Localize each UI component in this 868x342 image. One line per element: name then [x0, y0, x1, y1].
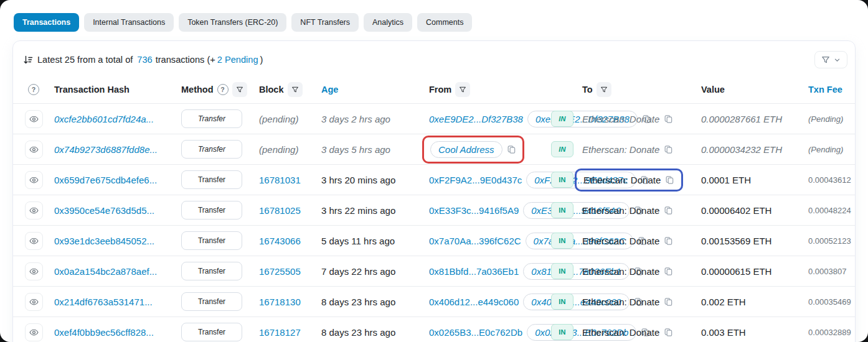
eye-button[interactable] [25, 171, 43, 189]
copy-icon[interactable] [664, 114, 673, 124]
eye-button[interactable] [25, 201, 43, 220]
eye-button[interactable] [25, 262, 43, 280]
from-filter-button[interactable] [455, 82, 470, 97]
to-address-link[interactable]: Etherscan: Donate [582, 144, 659, 155]
copy-icon[interactable] [664, 236, 673, 246]
direction-badge: IN [551, 172, 573, 188]
eye-button[interactable] [25, 110, 43, 128]
copy-icon[interactable] [507, 145, 516, 154]
copy-icon[interactable] [664, 328, 673, 337]
method-help-icon[interactable]: ? [217, 84, 229, 95]
txn-fee-text: 0.00048224 [808, 206, 855, 215]
eye-button[interactable] [25, 323, 43, 341]
to-address-link[interactable]: Etherscan: Donate [582, 236, 659, 246]
table-row: 0x74b9273d6887fdd8e... Transfer (pending… [13, 134, 855, 165]
eye-button[interactable] [25, 232, 43, 250]
method-badge[interactable]: Transfer [181, 201, 242, 220]
age-text: 8 days 23 hrs ago [321, 327, 429, 338]
age-text: 3 days 5 hrs ago [321, 144, 429, 155]
from-address-link[interactable]: 0x7a70Aa...396fC62C [429, 236, 521, 246]
eye-icon [29, 328, 39, 337]
block-link[interactable]: (pending) [259, 144, 298, 155]
tab[interactable]: Token Transfers (ERC-20) [179, 13, 286, 32]
block-link[interactable]: 16743066 [259, 236, 301, 246]
header-method: Method ? [181, 82, 259, 97]
block-link[interactable]: 16718127 [259, 327, 301, 338]
table-row: 0xcfe2bb601cd7fd24a... Transfer (pending… [13, 104, 855, 134]
to-address-link[interactable]: Etherscan: Donate [582, 266, 659, 277]
method-badge[interactable]: Transfer [181, 231, 242, 250]
value-text: 0.003 ETH [701, 327, 808, 338]
txn-fee-text: (Pending) [808, 145, 855, 154]
tx-hash-link[interactable]: 0x659d7e675cdb4efe6... [54, 175, 157, 185]
from-address-link[interactable]: 0xE33F3c...9416f5A9 [429, 205, 519, 216]
age-text: 5 days 11 hrs ago [321, 236, 429, 246]
method-badge[interactable]: Transfer [181, 109, 242, 128]
to-address-link[interactable]: Etherscan: Donate [582, 205, 659, 216]
tab[interactable]: NFT Transfers [291, 13, 359, 32]
tab[interactable]: Internal Transactions [84, 13, 174, 32]
age-text: 8 days 23 hrs ago [321, 297, 429, 307]
copy-icon[interactable] [665, 175, 674, 185]
to-address-link[interactable]: Etherscan: Donate [583, 175, 661, 185]
header-txn-fee: Txn Fee [808, 85, 855, 95]
block-link[interactable]: 16718130 [259, 297, 301, 307]
tx-hash-link[interactable]: 0x214df6763a531471... [54, 297, 153, 307]
from-address-link[interactable]: 0xF2F9A2...9E0d437c [429, 175, 522, 185]
filter-dropdown-button[interactable] [814, 51, 847, 68]
block-link[interactable]: 16725505 [259, 266, 301, 277]
to-address-link[interactable]: Etherscan: Donate [582, 327, 659, 338]
table-row: 0x214df6763a531471... Transfer 16718130 … [13, 287, 855, 317]
funnel-icon [821, 55, 830, 64]
from-address-link[interactable]: 0xeE9DE2...Df327B38 [429, 114, 523, 124]
tx-hash-link[interactable]: 0x0a2a154bc2a878aef... [54, 266, 157, 277]
value-text: 0.002 ETH [701, 297, 808, 307]
method-filter-button[interactable] [232, 82, 247, 97]
copy-icon[interactable] [664, 267, 673, 276]
method-badge[interactable]: Transfer [181, 262, 242, 280]
to-address-link[interactable]: Etherscan: Donate [582, 114, 659, 124]
blue-annotation-box: Etherscan: Donate [575, 169, 683, 192]
direction-badge: IN [551, 293, 573, 310]
tx-hash-link[interactable]: 0x3950ce54e763d5d5... [54, 205, 154, 216]
pending-count-link[interactable]: 2 Pending [217, 55, 258, 65]
block-filter-button[interactable] [288, 82, 303, 97]
tab[interactable]: Analytics [364, 13, 412, 32]
copy-icon[interactable] [664, 145, 673, 154]
from-address-link[interactable]: 0x81Bbfd...7a036Eb1 [429, 266, 519, 277]
to-annotation-wrap: Etherscan: Donate [582, 205, 673, 216]
from-address-link[interactable]: 0x0265B3...E0c762Db [429, 327, 522, 338]
copy-icon[interactable] [664, 297, 673, 307]
help-icon[interactable]: ? [28, 84, 39, 95]
block-link[interactable]: 16781025 [259, 205, 301, 216]
eye-icon [29, 297, 39, 307]
value-text: 0.0001 ETH [701, 175, 808, 185]
eye-button[interactable] [25, 141, 43, 159]
txn-fee-text: (Pending) [808, 114, 855, 124]
from-address-link[interactable]: 0x406d12...e449c060 [429, 297, 519, 307]
age-text: 3 hrs 20 mins ago [321, 175, 429, 185]
copy-icon[interactable] [664, 206, 673, 215]
method-badge[interactable]: Transfer [181, 170, 242, 189]
method-badge[interactable]: Transfer [181, 323, 242, 341]
to-address-link[interactable]: Etherscan: Donate [582, 297, 659, 307]
block-link[interactable]: (pending) [259, 114, 298, 124]
age-sort-link[interactable]: Age [321, 85, 338, 95]
txn-fee-toggle-link[interactable]: Txn Fee [808, 85, 842, 95]
tx-hash-link[interactable]: 0xef4f0bb9ec56cff828... [54, 327, 154, 338]
to-annotation-wrap: Etherscan: Donate [582, 236, 673, 246]
method-badge[interactable]: Transfer [181, 140, 242, 159]
tx-hash-link[interactable]: 0x74b9273d6887fdd8e... [54, 144, 158, 155]
total-count-link[interactable]: 736 [137, 55, 152, 65]
direction-badge: IN [551, 141, 573, 157]
to-filter-button[interactable] [597, 82, 611, 97]
tab[interactable]: Comments [417, 13, 472, 32]
tx-hash-link[interactable]: 0xcfe2bb601cd7fd24a... [54, 114, 154, 124]
block-link[interactable]: 16781031 [259, 175, 301, 185]
eye-button[interactable] [25, 293, 43, 311]
tab[interactable]: Transactions [14, 13, 79, 32]
summary-line: Latest 25 from a total of 736 transactio… [23, 55, 263, 65]
from-tag-badge[interactable]: Cool Address [430, 141, 502, 158]
method-badge[interactable]: Transfer [181, 292, 242, 311]
tx-hash-link[interactable]: 0x93e1dc3eeb845052... [54, 236, 154, 246]
